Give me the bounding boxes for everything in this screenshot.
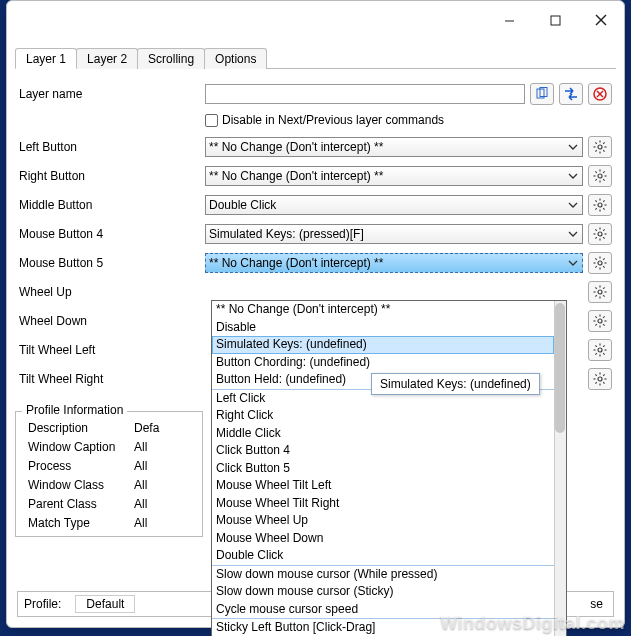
dropdown-option[interactable]: Double Click — [212, 547, 554, 565]
statusbar-suffix: se — [590, 597, 607, 611]
content-area: Layer 1 Layer 2 Scrolling Options Layer … — [15, 47, 616, 619]
svg-point-27 — [598, 203, 602, 207]
svg-line-17 — [595, 150, 596, 151]
profile-field-label: Match Type — [24, 516, 134, 530]
svg-line-50 — [595, 258, 596, 259]
profile-field-value: All — [134, 459, 174, 473]
dropdown-option[interactable]: Mouse Wheel Up — [212, 512, 554, 530]
app-window: Layer 1 Layer 2 Scrolling Options Layer … — [6, 0, 625, 628]
profile-field-label: Window Class — [24, 478, 134, 492]
dropdown-option[interactable]: Middle Click — [212, 425, 554, 443]
dropdown-option[interactable]: Mouse Wheel Tilt Right — [212, 495, 554, 513]
button-label: Right Button — [15, 169, 205, 183]
svg-line-35 — [595, 208, 596, 209]
profile-field-value: Defa — [134, 421, 174, 435]
gear-icon — [593, 198, 607, 212]
dropdown-scrollbar[interactable] — [554, 301, 566, 636]
svg-line-34 — [603, 200, 604, 201]
delete-x-icon — [593, 87, 607, 101]
svg-point-36 — [598, 232, 602, 236]
settings-button[interactable] — [588, 310, 612, 332]
settings-button[interactable] — [588, 339, 612, 361]
button-label: Mouse Button 4 — [15, 227, 205, 241]
button-label: Wheel Down — [15, 314, 205, 328]
svg-rect-1 — [551, 16, 560, 25]
dropdown-option[interactable]: Disable — [212, 319, 554, 337]
chevron-down-icon — [566, 169, 580, 183]
dropdown-option[interactable]: Slow down mouse cursor (Sticky) — [212, 583, 554, 601]
dropdown-scroll-thumb[interactable] — [555, 303, 565, 433]
svg-line-15 — [603, 150, 604, 151]
svg-point-63 — [598, 319, 602, 323]
settings-button[interactable] — [588, 223, 612, 245]
dropdown-option[interactable]: Click Button 5 — [212, 460, 554, 478]
profile-value[interactable]: Default — [75, 595, 135, 613]
settings-button[interactable] — [588, 136, 612, 158]
profile-info-group: Profile Information DescriptionDefaWindo… — [15, 411, 203, 537]
action-dropdown-list[interactable]: ** No Change (Don't intercept) **Disable… — [211, 300, 567, 636]
svg-line-78 — [603, 353, 604, 354]
chevron-down-icon — [566, 198, 580, 212]
svg-line-71 — [595, 324, 596, 325]
svg-line-88 — [603, 374, 604, 375]
svg-line-61 — [603, 287, 604, 288]
chevron-down-icon — [566, 256, 580, 270]
profile-field-value: All — [134, 440, 174, 454]
tabstrip: Layer 1 Layer 2 Scrolling Options — [15, 47, 616, 69]
svg-line-80 — [595, 353, 596, 354]
dropdown-option[interactable]: Mouse Wheel Down — [212, 530, 554, 548]
dropdown-option[interactable]: ** No Change (Don't intercept) ** — [212, 301, 554, 319]
close-button[interactable] — [578, 4, 624, 36]
svg-line-86 — [595, 374, 596, 375]
profile-info-title: Profile Information — [22, 403, 127, 417]
dropdown-option[interactable]: Mouse Wheel Tilt Left — [212, 477, 554, 495]
settings-button[interactable] — [588, 281, 612, 303]
profile-label: Profile: — [24, 597, 61, 611]
settings-button[interactable] — [588, 368, 612, 390]
svg-line-62 — [595, 295, 596, 296]
tab-layer2[interactable]: Layer 2 — [76, 48, 138, 69]
dropdown-option[interactable]: Click Button 4 — [212, 442, 554, 460]
tab-scrolling[interactable]: Scrolling — [137, 48, 205, 69]
tab-layer1[interactable]: Layer 1 — [15, 48, 77, 69]
action-combo[interactable]: Simulated Keys: (pressed)[F] — [205, 224, 583, 244]
svg-line-69 — [603, 324, 604, 325]
gear-icon — [593, 372, 607, 386]
action-combo-value: ** No Change (Don't intercept) ** — [209, 140, 383, 154]
tab-options[interactable]: Options — [204, 48, 267, 69]
maximize-button[interactable] — [532, 4, 578, 36]
layer-name-label: Layer name — [15, 87, 205, 101]
layer-name-input[interactable] — [205, 84, 525, 104]
settings-button[interactable] — [588, 165, 612, 187]
disable-checkbox[interactable] — [205, 114, 218, 127]
button-label: Mouse Button 5 — [15, 256, 205, 270]
delete-button[interactable] — [588, 83, 612, 105]
svg-line-70 — [603, 316, 604, 317]
svg-line-51 — [603, 266, 604, 267]
action-combo[interactable]: ** No Change (Don't intercept) ** — [205, 137, 583, 157]
svg-point-81 — [598, 377, 602, 381]
button-label: Tilt Wheel Right — [15, 372, 205, 386]
dropdown-option[interactable]: Simulated Keys: (undefined) — [212, 336, 554, 354]
close-icon — [595, 14, 607, 26]
svg-line-79 — [603, 345, 604, 346]
svg-line-87 — [603, 382, 604, 383]
action-combo[interactable]: ** No Change (Don't intercept) ** — [205, 253, 583, 273]
svg-line-14 — [595, 142, 596, 143]
svg-line-43 — [603, 229, 604, 230]
copy-button[interactable] — [530, 83, 554, 105]
action-combo[interactable]: Double Click — [205, 195, 583, 215]
dropdown-option[interactable]: Button Chording: (undefined) — [212, 354, 554, 372]
swap-button[interactable] — [559, 83, 583, 105]
action-combo[interactable]: ** No Change (Don't intercept) ** — [205, 166, 583, 186]
button-label: Left Button — [15, 140, 205, 154]
dropdown-option[interactable]: Right Click — [212, 407, 554, 425]
svg-line-32 — [595, 200, 596, 201]
dropdown-option[interactable]: Slow down mouse cursor (While pressed) — [212, 566, 554, 584]
minimize-button[interactable] — [486, 4, 532, 36]
profile-field-label: Description — [24, 421, 134, 435]
settings-button[interactable] — [588, 194, 612, 216]
profile-field-value: All — [134, 478, 174, 492]
settings-button[interactable] — [588, 252, 612, 274]
svg-point-72 — [598, 348, 602, 352]
